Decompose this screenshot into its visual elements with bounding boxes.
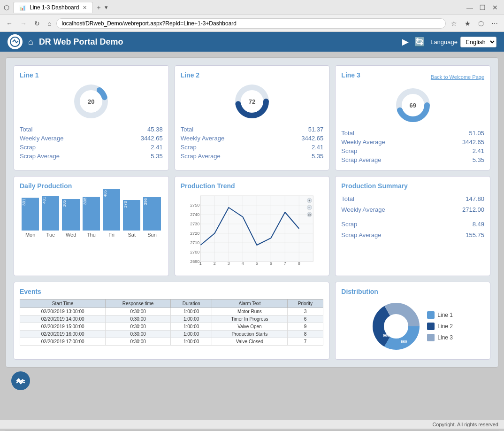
- bar-chart: 391Mon401Tue385Wed398Thu465Fri378Sat396S…: [20, 193, 163, 239]
- col-duration: Duration: [170, 300, 212, 308]
- play-button[interactable]: ▶: [402, 37, 409, 47]
- table-cell: 02/20/2019 16:00:00: [20, 331, 106, 338]
- svg-text:900: 900: [383, 333, 389, 338]
- close-button[interactable]: ✕: [490, 3, 500, 12]
- bar-wrapper: 396Sun: [143, 197, 160, 238]
- svg-point-0: [10, 37, 20, 46]
- new-tab-button[interactable]: +: [93, 2, 104, 13]
- line3-donut-container: 69: [341, 86, 484, 124]
- line3-donut: 69: [394, 86, 432, 124]
- minimize-button[interactable]: —: [464, 3, 475, 12]
- table-cell: 02/20/2019 15:00:00: [20, 323, 106, 331]
- table-cell: 02/20/2019 13:00:00: [20, 308, 106, 316]
- svg-text:2720: 2720: [190, 231, 199, 236]
- bar-wrapper: 385Wed: [62, 199, 79, 238]
- events-table: Start Time Response time Duration Alarm …: [20, 299, 323, 346]
- bar-day-label: Sun: [147, 232, 157, 238]
- table-cell: 0:30:00: [106, 323, 171, 331]
- line3-card: Line 3 Back to Welcome Page 69 Total51.0…: [335, 65, 490, 170]
- svg-text:3: 3: [227, 261, 229, 266]
- address-bar[interactable]: [56, 18, 446, 29]
- tab-close-button[interactable]: ✕: [83, 5, 87, 11]
- legend-color-line3: [427, 334, 435, 341]
- browser-titlebar: ⬡ 📊 Line 1-3 Dashboard ✕ + ▾ — ❐ ✕: [0, 0, 504, 15]
- line3-stats: Total51.05 Weekly Average3442.65 Scrap2.…: [341, 129, 484, 164]
- dashboard-container: Line 1 20 Total45.38 Weekly Average3442.…: [6, 57, 498, 368]
- line1-stats: Total45.38 Weekly Average3442.65 Scrap2.…: [20, 125, 163, 161]
- app-header: ⌂ DR Web Portal Demo ▶ 🔄 Language Englis…: [0, 32, 504, 52]
- daily-production-card: Daily Production 391Mon401Tue385Wed398Th…: [14, 176, 169, 276]
- bar-wrapper: 401Tue: [42, 196, 59, 238]
- table-cell: Valve Open: [212, 323, 287, 331]
- bar-wrapper: 378Sat: [123, 200, 140, 238]
- restore-button[interactable]: ❐: [477, 3, 488, 12]
- language-select[interactable]: English: [460, 37, 496, 47]
- table-cell: Valve Closed: [212, 338, 287, 346]
- bar: 396: [143, 197, 160, 231]
- distribution-legend: Line 1 Line 2 Line 3: [427, 311, 453, 341]
- table-cell: 0:30:00: [106, 338, 171, 346]
- browser-tab[interactable]: 📊 Line 1-3 Dashboard ✕: [13, 2, 93, 13]
- bar-value-label: 398: [83, 198, 100, 206]
- settings-button[interactable]: ⋯: [489, 19, 500, 28]
- table-cell: 1:00:00: [170, 323, 212, 331]
- forward-button[interactable]: →: [18, 19, 29, 28]
- back-button[interactable]: ←: [4, 19, 15, 28]
- bookmark-button[interactable]: ☆: [449, 19, 459, 28]
- bar-day-label: Thu: [87, 232, 96, 238]
- col-start-time: Start Time: [20, 300, 106, 308]
- table-cell: 8: [287, 331, 323, 338]
- line2-donut-label: 72: [249, 98, 255, 105]
- legend-label-line1: Line 1: [437, 312, 453, 318]
- col-alarm-text: Alarm Text: [212, 300, 287, 308]
- bar-day-label: Wed: [66, 232, 76, 238]
- bar-value-label: 401: [42, 197, 59, 205]
- line1-title: Line 1: [20, 71, 163, 79]
- bar-wrapper: 465Fri: [103, 189, 120, 238]
- bar-wrapper: 391Mon: [22, 198, 39, 238]
- legend-line1: Line 1: [427, 311, 453, 319]
- tab-favicon: 📊: [19, 5, 26, 11]
- events-card: Events Start Time Response time Duration…: [14, 282, 329, 360]
- legend-color-line1: [427, 311, 435, 319]
- table-cell: 02/20/2019 17:00:00: [20, 338, 106, 346]
- table-row: 02/20/2019 13:00:000:30:001:00:00Motor R…: [20, 308, 323, 316]
- events-title: Events: [20, 288, 323, 295]
- bar-value-label: 385: [62, 200, 79, 208]
- table-cell: 1:00:00: [170, 331, 212, 338]
- svg-text:−: −: [308, 206, 311, 210]
- language-section: Language English: [430, 37, 496, 47]
- svg-text:2730: 2730: [190, 222, 199, 226]
- bar-day-label: Sat: [128, 232, 136, 238]
- distribution-card: Distribution 900 860: [335, 282, 490, 360]
- home-button[interactable]: ⌂: [45, 19, 53, 28]
- bar-value-label: 391: [22, 199, 39, 207]
- back-to-welcome-link[interactable]: Back to Welcome Page: [431, 74, 484, 80]
- line1-donut-label: 20: [88, 98, 94, 105]
- horizontal-scrollbar[interactable]: [0, 429, 504, 431]
- svg-text:6: 6: [269, 261, 272, 266]
- line2-card: Line 2 72 Total51.37 Weekly Average3442.…: [175, 65, 330, 170]
- table-cell: 9: [287, 323, 323, 331]
- home-nav-button[interactable]: ⌂: [28, 37, 33, 47]
- svg-text:7: 7: [283, 261, 286, 266]
- svg-text:4: 4: [241, 261, 244, 266]
- svg-text:2750: 2750: [190, 203, 199, 208]
- legend-label-line2: Line 2: [437, 323, 453, 330]
- production-summary-card: Production Summary Total147.80 Weekly Av…: [335, 176, 490, 276]
- star-button[interactable]: ★: [462, 19, 473, 28]
- svg-text:2700: 2700: [190, 250, 199, 254]
- svg-text:860: 860: [401, 339, 407, 344]
- refresh-button[interactable]: ↻: [32, 19, 42, 28]
- production-trend-card: Production Trend 2750 2740 2730 27: [175, 176, 330, 276]
- bar-day-label: Tue: [46, 232, 55, 238]
- line2-stats: Total51.37 Weekly Average3442.65 Scrap2.…: [181, 125, 324, 161]
- bar-day-label: Fri: [108, 232, 115, 238]
- share-button[interactable]: ⬡: [476, 19, 486, 28]
- col-priority: Priority: [287, 300, 323, 308]
- svg-text:2690: 2690: [190, 259, 199, 264]
- production-summary-stats: Total147.80 Weekly Average2712.00 Scrap8…: [341, 193, 484, 240]
- header-refresh-button[interactable]: 🔄: [414, 37, 425, 47]
- table-cell: 7: [287, 338, 323, 346]
- table-cell: 1:00:00: [170, 338, 212, 346]
